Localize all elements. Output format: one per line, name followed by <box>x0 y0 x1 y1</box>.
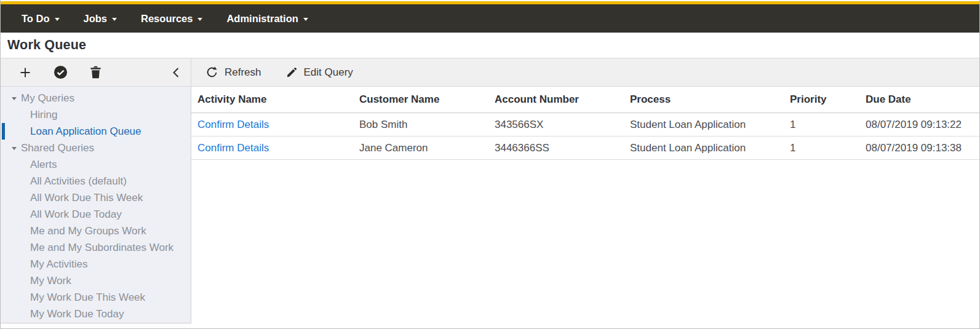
sidebar-item-my-queries[interactable]: My Queries <box>1 90 191 106</box>
nav-item-jobs[interactable]: Jobs <box>84 13 118 25</box>
sidebar-item-alerts[interactable]: Alerts <box>1 156 191 173</box>
toolbar-queue-actions <box>1 58 191 86</box>
work-table-body: Confirm DetailsBob Smith343566SXStudent … <box>191 113 979 160</box>
collapse-queries-panel-button[interactable] <box>172 67 180 78</box>
content-area: My Queries Hiring Loan Application Queue… <box>1 87 979 328</box>
refresh-button[interactable]: Refresh <box>206 66 261 79</box>
nav-item-to-do[interactable]: To Do <box>22 13 60 25</box>
column-header-due-date[interactable]: Due Date <box>859 93 979 106</box>
cell-priority: 1 <box>784 119 859 131</box>
column-header-activity-name[interactable]: Activity Name <box>191 93 353 106</box>
page-title: Work Queue <box>7 38 86 53</box>
title-bar: Work Queue <box>1 33 979 58</box>
cell-customer-name: Jane Cameron <box>353 142 488 154</box>
sidebar-item-my-work-due-this-week[interactable]: My Work Due This Week <box>1 289 191 306</box>
sidebar-item-all-work-due-today[interactable]: All Work Due Today <box>1 206 191 223</box>
sidebar-item-shared-queries[interactable]: Shared Queries <box>1 140 191 156</box>
caret-down-icon <box>12 97 17 100</box>
refresh-label: Refresh <box>225 66 261 79</box>
chevron-left-icon <box>172 67 180 78</box>
pencil-icon <box>286 67 297 78</box>
check-circle-icon <box>54 65 68 79</box>
sidebar-item-all-activities-default[interactable]: All Activities (default) <box>1 173 191 189</box>
toolbar-view-actions: Refresh Edit Query <box>191 58 979 86</box>
column-header-account-number[interactable]: Account Number <box>488 93 624 106</box>
refresh-icon <box>206 66 218 78</box>
sidebar-item-my-work-due-today[interactable]: My Work Due Today <box>1 306 191 322</box>
sidebar-item-my-work[interactable]: My Work <box>1 272 191 289</box>
add-work-item-button[interactable] <box>19 66 31 79</box>
cell-account-number: 3446366SS <box>488 142 624 154</box>
sidebar-item-loan-application-queue[interactable]: Loan Application Queue <box>1 123 191 140</box>
sidebar-item-hiring[interactable]: Hiring <box>1 106 191 123</box>
column-header-process[interactable]: Process <box>624 93 784 106</box>
cell-priority: 1 <box>784 142 859 154</box>
nav-item-resources[interactable]: Resources <box>141 13 202 25</box>
column-header-customer-name[interactable]: Customer Name <box>353 93 488 106</box>
sidebar-item-my-activities[interactable]: My Activities <box>1 256 191 272</box>
table-row: Confirm DetailsBob Smith343566SXStudent … <box>191 113 979 137</box>
cell-customer-name: Bob Smith <box>353 119 488 131</box>
cell-process: Student Loan Application <box>624 142 784 154</box>
plus-icon <box>19 66 31 79</box>
sidebar-item-me-and-my-subordinates-work[interactable]: Me and My Subordinates Work <box>1 239 191 256</box>
complete-work-item-button[interactable] <box>54 65 68 79</box>
cell-activity-name[interactable]: Confirm Details <box>191 119 353 131</box>
caret-down-icon <box>55 18 60 21</box>
nav-item-administration[interactable]: Administration <box>226 13 308 25</box>
column-header-priority[interactable]: Priority <box>784 93 859 106</box>
caret-down-icon <box>197 18 202 21</box>
cell-process: Student Loan Application <box>624 119 784 131</box>
work-items-panel: Activity NameCustomer NameAccount Number… <box>191 87 979 328</box>
cell-activity-name[interactable]: Confirm Details <box>191 142 353 154</box>
sidebar-item-all-work-due-this-week[interactable]: All Work Due This Week <box>1 189 191 206</box>
edit-query-button[interactable]: Edit Query <box>286 66 353 79</box>
cell-due-date: 08/07/2019 09:13:38 <box>859 142 979 154</box>
cell-due-date: 08/07/2019 09:13:22 <box>859 119 979 131</box>
work-table-header: Activity NameCustomer NameAccount Number… <box>191 87 979 113</box>
app-window: To Do Jobs Resources Administration Work… <box>0 0 980 329</box>
toolbar: Refresh Edit Query <box>1 58 979 87</box>
table-row: Confirm DetailsJane Cameron3446366SSStud… <box>191 137 979 160</box>
caret-down-icon <box>303 18 308 21</box>
delete-work-item-button[interactable] <box>90 66 102 79</box>
trash-icon <box>90 66 102 79</box>
queries-sidebar: My Queries Hiring Loan Application Queue… <box>1 87 191 323</box>
edit-query-label: Edit Query <box>304 66 353 79</box>
caret-down-icon <box>112 18 117 21</box>
top-navbar: To Do Jobs Resources Administration <box>1 4 979 33</box>
caret-down-icon <box>12 147 17 150</box>
cell-account-number: 343566SX <box>488 119 624 131</box>
sidebar-item-me-and-my-groups-work[interactable]: Me and My Groups Work <box>1 223 191 239</box>
